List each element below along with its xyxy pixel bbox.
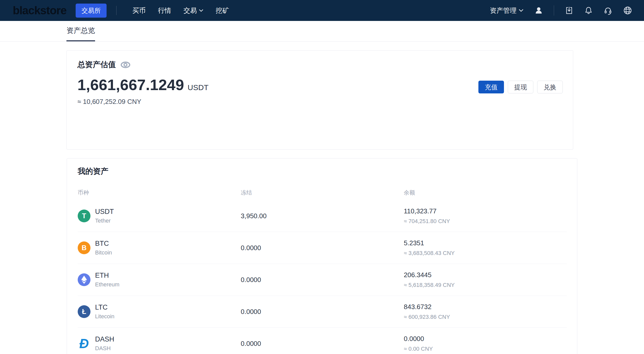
frozen-amount: 0.0000 (241, 244, 404, 252)
assets-table-header: 币种 冻结 余额 (78, 189, 567, 197)
assets-table-body: T USDT Tether 3,950.00 110,323.77 ≈ 704,… (78, 200, 567, 354)
nav-item-label: 买币 (132, 6, 146, 15)
coin-glyph: Ł (82, 308, 86, 316)
coin-fullname: Litecoin (95, 313, 114, 320)
main-nav: 买币 行情 交易 挖矿 (120, 6, 229, 15)
brand-logo[interactable]: blackstore (13, 4, 66, 17)
coin-symbol: BTC (95, 240, 112, 248)
ltc-coin-icon: Ł (78, 305, 90, 318)
chevron-down-icon (519, 9, 524, 12)
frozen-amount: 0.0000 (241, 276, 404, 284)
coin-glyph: B (82, 244, 87, 252)
balance-cell: 5.2351 ≈ 3,683,508.43 CNY (404, 239, 567, 257)
balance-amount: 206.3445 (404, 271, 567, 279)
asset-management-label: 资产管理 (490, 6, 516, 15)
top-navbar: blackstore 交易所 买币 行情 交易 挖矿 资产管理 (0, 0, 644, 21)
balance-cny: ≈ 3,683,508.43 CNY (404, 250, 567, 257)
asset-table-row: B BTC Bitcoin 0.0000 5.2351 ≈ 3,683,508.… (78, 232, 567, 264)
nav-item-label: 挖矿 (216, 6, 229, 15)
navbar-divider (116, 6, 117, 15)
coin-symbol: LTC (95, 303, 114, 311)
tab-asset-overview[interactable]: 资产总览 (66, 21, 95, 41)
asset-management-menu[interactable]: 资产管理 (490, 6, 524, 15)
nav-item-market[interactable]: 行情 (158, 6, 171, 15)
my-assets-card: 我的资产 币种 冻结 余额 T USDT Tether 3,950.00 110… (67, 158, 577, 354)
coin-glyph: Đ (79, 336, 89, 351)
balance-amount: 5.2351 (404, 239, 567, 247)
frozen-amount: 0.0000 (241, 308, 404, 316)
page-tabbar: 资产总览 (0, 21, 644, 42)
chevron-down-icon (199, 9, 203, 12)
balance-cny: ≈ 0.00 CNY (404, 346, 567, 352)
frozen-amount: 0.0000 (241, 340, 404, 348)
coin-cell: Ł LTC Litecoin (78, 303, 241, 320)
balance-cell: 110,323.77 ≈ 704,251.80 CNY (404, 207, 567, 225)
usdt-coin-icon: T (78, 210, 90, 222)
frozen-amount: 3,950.00 (241, 212, 404, 220)
balance-cny: ≈ 5,618,358.49 CNY (404, 282, 567, 288)
ethereum-icon (81, 275, 87, 284)
btc-coin-icon: B (78, 241, 90, 254)
asset-action-buttons: 充值 提现 兑换 (478, 81, 563, 93)
column-coin: 币种 (78, 189, 241, 197)
nav-item-buy[interactable]: 买币 (132, 6, 146, 15)
coin-fullname: Tether (95, 217, 114, 224)
nav-item-mining[interactable]: 挖矿 (216, 6, 229, 15)
balance-cny: ≈ 600,923.86 CNY (404, 314, 567, 320)
asset-table-row: Ł LTC Litecoin 0.0000 843.6732 ≈ 600,923… (78, 296, 567, 328)
globe-icon[interactable] (623, 6, 632, 15)
coin-fullname: Ethereum (95, 281, 119, 288)
balance-cell: 0.0000 ≈ 0.00 CNY (404, 335, 567, 352)
withdraw-button[interactable]: 提现 (508, 81, 533, 93)
coin-fullname: Bitcoin (95, 249, 112, 256)
total-assets-card: 总资产估值 1,661,667.1249 USDT ≈ 10,607,252.0… (66, 50, 573, 150)
balance-amount: 110,323.77 (404, 207, 567, 215)
balance-cny: ≈ 704,251.80 CNY (404, 218, 567, 225)
coin-symbol: DASH (95, 335, 114, 343)
column-frozen: 冻结 (241, 189, 404, 197)
headset-icon[interactable] (604, 6, 612, 15)
eth-coin-icon (78, 273, 90, 286)
coin-glyph: T (82, 212, 86, 220)
coin-symbol: USDT (95, 208, 114, 216)
balance-amount: 843.6732 (404, 303, 567, 311)
dash-coin-icon: Đ (78, 337, 90, 350)
total-asset-unit: USDT (188, 83, 209, 92)
bell-icon[interactable] (584, 6, 593, 15)
exchange-button[interactable]: 交易所 (76, 4, 107, 18)
nav-item-label: 交易 (183, 6, 197, 15)
coin-symbol: ETH (95, 272, 119, 279)
balance-amount: 0.0000 (404, 335, 567, 343)
navbar-divider (554, 5, 554, 16)
exchange-convert-button[interactable]: 兑换 (537, 81, 563, 93)
balance-cell: 843.6732 ≈ 600,923.86 CNY (404, 303, 567, 320)
asset-table-row: ETH Ethereum 0.0000 206.3445 ≈ 5,618,358… (78, 264, 567, 296)
column-balance: 余额 (404, 189, 567, 197)
asset-table-row: Đ DASH DASH 0.0000 0.0000 ≈ 0.00 CNY (78, 328, 567, 354)
coin-cell: B BTC Bitcoin (78, 240, 241, 256)
coin-cell: Đ DASH DASH (78, 335, 241, 352)
my-assets-title: 我的资产 (78, 166, 567, 177)
navbar-right: 资产管理 (490, 5, 632, 16)
coin-cell: ETH Ethereum (78, 272, 241, 288)
coin-cell: T USDT Tether (78, 208, 241, 224)
asset-table-row: T USDT Tether 3,950.00 110,323.77 ≈ 704,… (78, 200, 567, 232)
deposit-button[interactable]: 充值 (478, 81, 504, 93)
nav-item-trade[interactable]: 交易 (183, 6, 203, 15)
total-asset-cny: ≈ 10,607,252.09 CNY (77, 98, 563, 106)
user-icon[interactable] (534, 6, 543, 15)
eye-icon[interactable] (120, 61, 131, 68)
nav-item-label: 行情 (158, 6, 171, 15)
total-asset-value: 1,661,667.1249 (77, 76, 184, 94)
balance-cell: 206.3445 ≈ 5,618,358.49 CNY (404, 271, 567, 288)
download-icon[interactable] (565, 6, 573, 15)
total-assets-title: 总资产估值 (77, 59, 116, 70)
coin-fullname: DASH (95, 345, 114, 352)
